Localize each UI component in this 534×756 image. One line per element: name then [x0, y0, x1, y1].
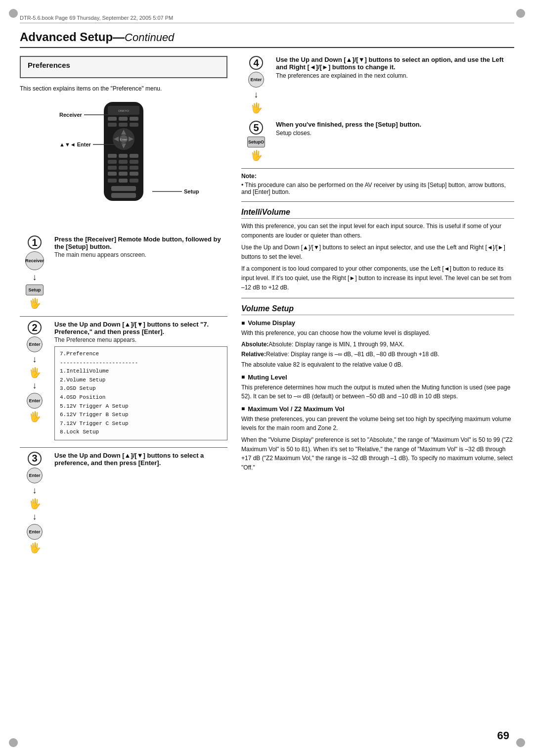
- step-3-enter-icon2: Enter: [27, 524, 43, 540]
- step-3-number: 3: [28, 452, 42, 466]
- step-1-block: 1 Receiver ↓ Setup 🖐 Press the [Receiver…: [20, 236, 227, 309]
- corner-bl: [9, 738, 18, 747]
- arrows-label: ▲▼◄ Enter: [59, 142, 123, 147]
- svg-rect-22: [108, 166, 117, 170]
- volume-setup-title: Volume Setup: [241, 304, 514, 315]
- preference-menu: 7.Preference ------------------------ 1.…: [54, 346, 227, 440]
- svg-rect-32: [111, 193, 136, 198]
- step-2-text: Use the Up and Down [▲]/[▼] buttons to s…: [54, 321, 227, 440]
- step-3-block: 3 Enter ↓ 🖐 ↓ Enter 🖐 Use the Up and Dow…: [20, 452, 227, 554]
- max-vol-heading: Maximum Vol / Z2 Maximum Vol: [241, 405, 514, 413]
- left-column: Preferences This section explains items …: [20, 56, 227, 561]
- step-2-enter-icon2: Enter: [27, 393, 43, 409]
- svg-rect-27: [130, 172, 138, 176]
- setup-label: Setup: [152, 189, 199, 194]
- step-2-enter-icon: Enter: [27, 336, 43, 352]
- menu-line-4: 4.OSD Position: [60, 393, 222, 402]
- volume-display-heading: Volume Display: [241, 319, 514, 327]
- right-column: 4 Enter ↓ 🖐 Use the Up and Down [▲]/[▼] …: [241, 56, 514, 561]
- menu-line-0: 7.Preference: [60, 350, 222, 359]
- svg-rect-18: [130, 154, 138, 158]
- step-1-receiver-icon: Receiver: [25, 251, 44, 270]
- svg-rect-19: [108, 160, 117, 164]
- content-columns: Preferences This section explains items …: [20, 56, 514, 561]
- page-outer: DTR-5.6.book Page 69 Thursday, September…: [0, 0, 534, 756]
- menu-line-3: 3.OSD Setup: [60, 384, 222, 393]
- menu-line-5: 5.12V Trigger A Setup: [60, 402, 222, 411]
- step-5-block: 5 SetupO 🖐 When you've finished, press t…: [241, 121, 514, 161]
- step-3-arrow2: ↓: [33, 512, 37, 522]
- step-3-hand2: 🖐: [29, 542, 41, 554]
- menu-line-7: 7.12V Trigger C Setup: [60, 420, 222, 428]
- step-5-number: 5: [249, 121, 263, 135]
- step-4-enter-icon: Enter: [248, 72, 264, 88]
- note-box: Note: • This procedure can also be perfo…: [241, 168, 514, 195]
- step-2-arrow2: ↓: [33, 380, 37, 391]
- svg-rect-24: [130, 166, 138, 170]
- svg-rect-20: [119, 160, 128, 164]
- step-2-arrow1: ↓: [33, 354, 37, 365]
- svg-rect-30: [130, 179, 138, 183]
- step-1-arrow: ↓: [33, 272, 37, 283]
- step-1-number: 1: [28, 236, 42, 249]
- step-2-hand1: 🖐: [29, 367, 41, 378]
- menu-divider: ------------------------: [60, 359, 222, 368]
- section-title: Preferences: [28, 61, 220, 69]
- step-4-number: 4: [249, 56, 263, 70]
- step-2-hand2: 🖐: [29, 411, 41, 423]
- intelli-volume-title: IntelliVolume: [241, 208, 514, 219]
- step-2-number: 2: [28, 321, 42, 334]
- section-intro: This section explains items on the "Pref…: [20, 85, 227, 92]
- step-1-text: Press the [Receiver] Remote Mode button,…: [54, 236, 227, 258]
- step-4-text: Use the Up and Down [▲]/[▼] buttons to s…: [276, 56, 514, 114]
- svg-rect-16: [108, 154, 117, 158]
- page-title: Advanced Setup—Continued: [20, 30, 174, 44]
- svg-rect-29: [119, 179, 128, 183]
- svg-rect-21: [130, 160, 138, 164]
- corner-br: [516, 738, 525, 747]
- step-4-arrow: ↓: [254, 90, 259, 100]
- max-vol-body: With these preferences, you can prevent …: [241, 415, 514, 472]
- volume-display-body: With this preference, you can choose how…: [241, 329, 514, 369]
- svg-text:Enter: Enter: [120, 138, 127, 141]
- receiver-label: Receiver: [59, 112, 129, 118]
- step-5-setup-icon: SetupO: [247, 137, 265, 147]
- intelli-volume-body: With this preference, you can set the in…: [241, 222, 514, 292]
- menu-line-2: 2.Volume Setup: [60, 376, 222, 385]
- step-3-enter-icon: Enter: [27, 468, 43, 483]
- menu-line-6: 6.12V Trigger B Setup: [60, 411, 222, 420]
- remote-svg: ONKYO: [99, 102, 148, 221]
- menu-line-1: 1.IntelliVolume: [60, 367, 222, 376]
- muting-level-body: This preference determines how much the …: [241, 383, 514, 401]
- remote-illustration: ONKYO: [20, 97, 227, 231]
- page-header: DTR-5.6.book Page 69 Thursday, September…: [20, 15, 514, 23]
- svg-rect-5: [130, 117, 138, 121]
- step-4-hand: 🖐: [250, 102, 263, 114]
- svg-rect-26: [119, 172, 128, 176]
- step-5-text: When you've finished, press the [Setup] …: [276, 121, 514, 161]
- svg-rect-17: [119, 154, 128, 158]
- step-3-arrow1: ↓: [33, 485, 37, 496]
- svg-rect-25: [108, 172, 117, 176]
- svg-rect-8: [130, 123, 138, 127]
- step-1-setup-icon: Setup: [26, 284, 44, 295]
- step-2-block: 2 Enter ↓ 🖐 ↓ Enter 🖐 Use the Up and Dow…: [20, 321, 227, 440]
- muting-level-heading: Muting Level: [241, 374, 514, 381]
- step-3-hand1: 🖐: [29, 498, 41, 510]
- step-3-text: Use the Up and Down [▲]/[▼] buttons to s…: [54, 452, 227, 468]
- svg-rect-6: [108, 123, 117, 127]
- corner-tl: [9, 9, 18, 18]
- note-bullet-0: • This procedure can also be performed o…: [241, 182, 514, 195]
- preferences-box: Preferences: [20, 56, 227, 78]
- menu-line-8: 8.Lock Setup: [60, 428, 222, 437]
- svg-rect-31: [111, 186, 136, 191]
- page-number: 69: [497, 729, 509, 742]
- step-5-hand: 🖐: [250, 149, 263, 161]
- corner-tr: [516, 9, 525, 18]
- step-4-block: 4 Enter ↓ 🖐 Use the Up and Down [▲]/[▼] …: [241, 56, 514, 114]
- svg-rect-23: [119, 166, 128, 170]
- file-info: DTR-5.6.book Page 69 Thursday, September…: [20, 15, 173, 21]
- svg-rect-28: [108, 179, 117, 183]
- svg-rect-7: [119, 123, 128, 127]
- step-1-hand: 🖐: [29, 297, 41, 309]
